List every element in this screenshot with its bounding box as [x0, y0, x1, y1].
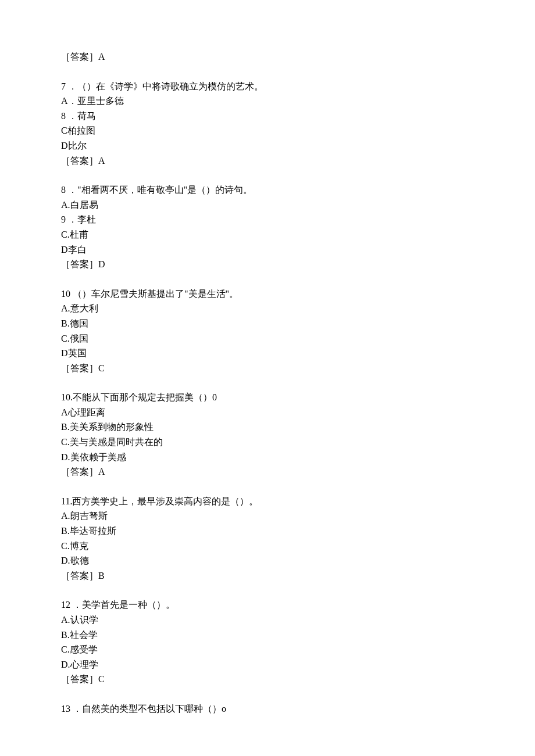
question-option: A.意大利 — [61, 301, 535, 316]
question-number: 7 ． — [61, 81, 77, 91]
question-option: D.歌德 — [61, 553, 535, 568]
question-option: C.感受学 — [61, 642, 535, 657]
spacer — [61, 583, 535, 597]
question-option: D比尔 — [61, 138, 535, 153]
question-number: 10 — [61, 289, 73, 299]
question-number: 8 ． — [61, 185, 77, 195]
question-option: A.白居易 — [61, 198, 535, 213]
question-option: C.俄国 — [61, 331, 535, 346]
question-stem: 12 ．美学首先是一种（）。 — [61, 597, 535, 612]
question-text: 美学首先是一种（）。 — [82, 600, 175, 610]
question-answer: ［答案］B — [61, 568, 535, 583]
question-option: D李白 — [61, 242, 535, 257]
question-stem: 11.西方美学史上，最早涉及崇高内容的是（）。 — [61, 494, 535, 509]
question-option: 8 ．荷马 — [61, 109, 535, 124]
question-option: A.朗吉弩斯 — [61, 508, 535, 524]
question-answer: ［答案］A — [61, 153, 535, 169]
spacer — [61, 168, 535, 182]
spacer — [61, 375, 535, 390]
question-number: 10. — [61, 392, 73, 402]
question-number: 12 ． — [61, 600, 82, 610]
question-stem: 7 ．（）在《诗学》中将诗歌确立为模仿的艺术。 — [61, 79, 535, 94]
question-answer: ［答案］C — [61, 672, 535, 687]
question-stem: 8 ．"相看两不厌，唯有敬亭山"是（）的诗句。 — [61, 182, 535, 198]
spacer — [61, 687, 535, 701]
question-option: A．亚里士多德 — [61, 94, 535, 109]
question-option: D.美依赖于美感 — [61, 450, 535, 465]
question-stem: 10.不能从下面那个规定去把握美（）0 — [61, 390, 535, 405]
question-option: A心理距离 — [61, 405, 535, 420]
question-option: D英国 — [61, 346, 535, 361]
question-text: （）车尔尼雪夫斯基提出了"美是生活"。 — [73, 289, 238, 299]
question-option: B.美关系到物的形象性 — [61, 420, 535, 435]
top-answer: ［答案］A — [61, 49, 535, 65]
question-text: （）在《诗学》中将诗歌确立为模仿的艺术。 — [77, 81, 263, 91]
question-option: 9 ．李杜 — [61, 212, 535, 227]
question-text: 自然美的类型不包括以下哪种（）o — [82, 704, 226, 714]
question-text: "相看两不厌，唯有敬亭山"是（）的诗句。 — [77, 185, 252, 195]
question-number: 11. — [61, 496, 72, 506]
question-option: C.美与美感是同时共在的 — [61, 435, 535, 450]
question-option: B.德国 — [61, 316, 535, 331]
question-option: B.毕达哥拉斯 — [61, 524, 535, 539]
question-option: D.心理学 — [61, 657, 535, 672]
question-text: 西方美学史上，最早涉及崇高内容的是（）。 — [72, 496, 258, 506]
question-number: 13 ． — [61, 704, 82, 714]
question-answer: ［答案］A — [61, 464, 535, 479]
question-option: C.博克 — [61, 539, 535, 554]
spacer — [61, 479, 535, 494]
question-stem: 13 ．自然美的类型不包括以下哪种（）o — [61, 701, 535, 716]
question-option: A.认识学 — [61, 612, 535, 628]
question-answer: ［答案］C — [61, 361, 535, 376]
question-option: C柏拉图 — [61, 123, 535, 138]
question-option: C.杜甫 — [61, 227, 535, 242]
question-text: 不能从下面那个规定去把握美（）0 — [73, 392, 217, 402]
question-option: B.社会学 — [61, 628, 535, 643]
spacer — [61, 65, 535, 79]
question-stem: 10 （）车尔尼雪夫斯基提出了"美是生活"。 — [61, 286, 535, 302]
spacer — [61, 272, 535, 286]
question-answer: ［答案］D — [61, 257, 535, 272]
